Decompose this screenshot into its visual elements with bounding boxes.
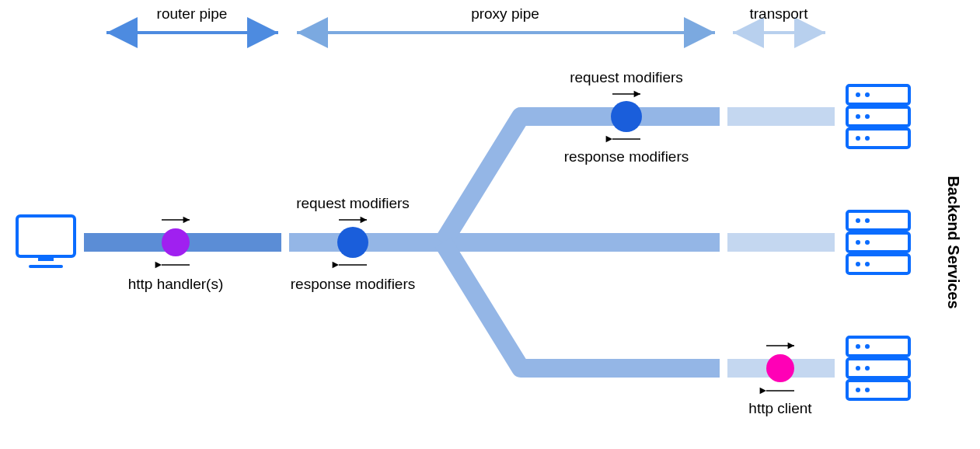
section-label-transport: transport xyxy=(750,5,809,22)
client-monitor-icon xyxy=(17,216,75,266)
svg-point-25 xyxy=(865,344,870,349)
svg-point-15 xyxy=(856,218,860,223)
svg-point-27 xyxy=(865,366,870,371)
svg-point-29 xyxy=(865,388,870,392)
svg-point-18 xyxy=(865,240,870,245)
label-proxy-response: response modifiers xyxy=(291,276,416,292)
dot-http-client xyxy=(766,354,794,382)
svg-point-10 xyxy=(856,136,860,141)
pipe-transport-top xyxy=(727,107,835,126)
label-branch-request: request modifiers xyxy=(570,69,683,85)
pipe-proxy-branch-top xyxy=(443,117,720,242)
label-proxy-request: request modifiers xyxy=(296,195,410,211)
dot-branch-modifiers xyxy=(611,101,642,132)
svg-point-16 xyxy=(865,218,870,223)
label-branch-response: response modifiers xyxy=(564,148,689,165)
label-http-client: http client xyxy=(748,400,812,416)
architecture-diagram: router pipe proxy pipe transport http ha… xyxy=(0,0,980,449)
svg-point-20 xyxy=(865,262,870,266)
svg-point-17 xyxy=(856,240,860,245)
svg-point-9 xyxy=(865,114,870,119)
dot-http-handlers xyxy=(162,228,190,256)
svg-point-7 xyxy=(865,92,870,97)
label-http-handlers: http handler(s) xyxy=(128,276,224,292)
server-icon xyxy=(847,337,909,399)
svg-point-19 xyxy=(856,262,860,266)
dot-proxy-modifiers xyxy=(337,227,368,258)
svg-point-26 xyxy=(856,366,860,371)
server-icon xyxy=(847,211,909,273)
svg-point-24 xyxy=(856,344,860,349)
svg-point-8 xyxy=(856,114,860,119)
svg-rect-0 xyxy=(17,216,75,256)
section-label-proxy: proxy pipe xyxy=(471,5,539,22)
section-label-router: router pipe xyxy=(157,5,228,22)
pipe-transport-mid xyxy=(727,233,835,252)
pipe-proxy-branch-bottom xyxy=(443,242,720,368)
svg-point-28 xyxy=(856,388,860,392)
label-backend-services: Backend Services xyxy=(945,176,962,308)
svg-point-6 xyxy=(856,92,860,97)
svg-point-11 xyxy=(865,136,870,141)
server-icon xyxy=(847,85,909,148)
